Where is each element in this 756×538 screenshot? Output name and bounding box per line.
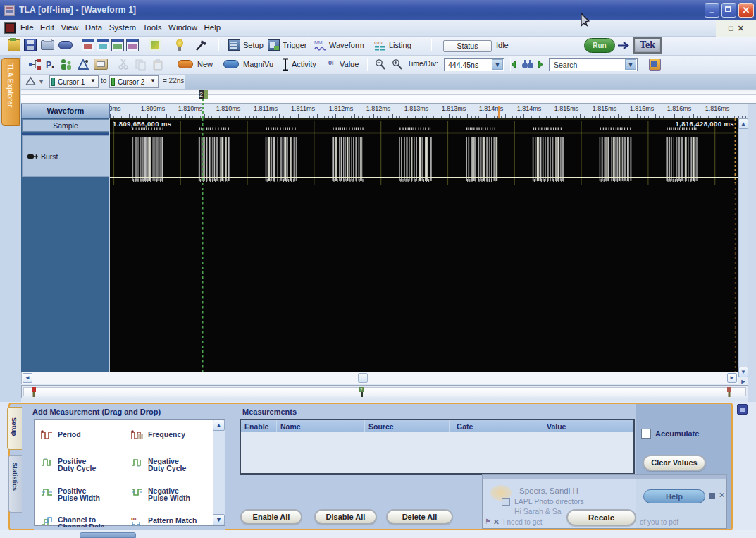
svg-text:1,816,428,000 ms: 1,816,428,000 ms	[675, 120, 734, 128]
svg-text:MM: MM	[314, 40, 323, 45]
svg-text:2: 2	[360, 387, 363, 392]
svg-text:mm: mm	[374, 40, 383, 45]
svg-text:•••: •••	[131, 516, 137, 521]
svg-text:1.809,656,000 ms: 1.809,656,000 ms	[113, 120, 172, 128]
